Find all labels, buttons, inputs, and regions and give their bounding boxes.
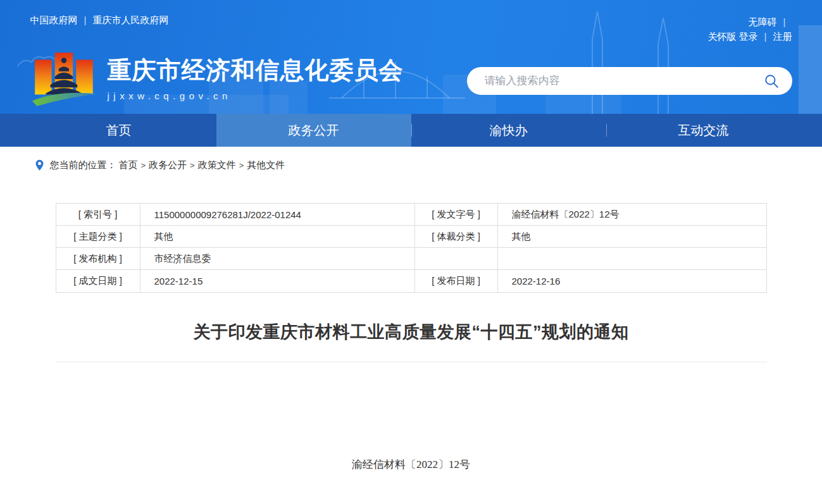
chongqing-emblem-logo-icon (30, 49, 101, 109)
breadcrumb-policy-files[interactable]: 政策文件 (198, 159, 236, 171)
meta-label-doc-no: [ 发文字号 ] (415, 204, 498, 226)
meta-label-publish-date: [ 发布日期 ] (415, 270, 498, 292)
title-divider (56, 362, 767, 362)
document-title: 关于印发重庆市材料工业高质量发展“十四五”规划的通知 (56, 321, 767, 343)
link-chongqing-gov[interactable]: 重庆市人民政府网 (92, 15, 168, 25)
meta-value-publish-date: 2022-12-16 (498, 270, 766, 292)
breadcrumb-gov-disclosure[interactable]: 政务公开 (149, 159, 187, 171)
meta-label-index-no: [ 索引号 ] (56, 204, 140, 226)
user-links: 无障碍| 关怀版 登录|注册 (707, 15, 792, 44)
breadcrumb-separator: > (239, 161, 244, 170)
separator: | (764, 31, 767, 42)
meta-value-empty (498, 248, 766, 270)
separator: | (84, 15, 87, 25)
nav-item-yukuaiban[interactable]: 渝快办 (411, 114, 606, 147)
link-china-gov[interactable]: 中国政府网 (30, 15, 78, 25)
meta-label-written-date: [ 成文日期 ] (56, 270, 140, 292)
site-brand[interactable]: 重庆市经济和信息化委员会 jjxxw.cq.gov.cn (30, 49, 404, 109)
document-meta-table: [ 索引号 ] 11500000009276281J/2022-01244 [ … (56, 203, 767, 293)
nav-items: 首页 政务公开 渝快办 互动交流 (22, 114, 801, 147)
nav-item-interaction[interactable]: 互动交流 (606, 114, 801, 147)
meta-value-issuer: 市经济信息委 (140, 248, 415, 270)
meta-label-issuer: [ 发布机构 ] (56, 248, 140, 270)
meta-value-topic-class: 其他 (140, 226, 415, 248)
breadcrumb-prefix: 您当前的位置： (50, 159, 116, 171)
separator: | (783, 16, 786, 27)
site-title: 重庆市经济和信息化委员会 (108, 57, 404, 85)
meta-label-genre-class: [ 体裁分类 ] (415, 226, 498, 248)
gov-links: 中国政府网|重庆市人民政府网 (30, 15, 169, 44)
meta-value-doc-no: 渝经信材料〔2022〕12号 (498, 204, 766, 226)
search-box (467, 67, 792, 95)
user-links-line2: 关怀版 登录|注册 (707, 29, 792, 44)
site-url: jjxxw.cq.gov.cn (108, 90, 404, 101)
search-icon (763, 73, 780, 89)
header-main: 重庆市经济和信息化委员会 jjxxw.cq.gov.cn (30, 49, 792, 109)
link-care-version[interactable]: 关怀版 (707, 31, 736, 42)
search-input[interactable] (483, 74, 762, 88)
link-accessibility[interactable]: 无障碍 (749, 16, 777, 27)
breadcrumb-home[interactable]: 首页 (119, 159, 138, 171)
breadcrumb-separator: > (190, 161, 195, 170)
document-page: [ 索引号 ] 11500000009276281J/2022-01244 [ … (56, 203, 767, 504)
site-header: 中国政府网|重庆市人民政府网 无障碍| 关怀版 登录|注册 (0, 0, 822, 114)
nav-item-gov-disclosure[interactable]: 政务公开 (216, 114, 411, 147)
meta-label-topic-class: [ 主题分类 ] (56, 226, 140, 248)
main-nav: 首页 政务公开 渝快办 互动交流 (0, 114, 822, 147)
meta-value-genre-class: 其他 (498, 226, 766, 248)
breadcrumb: 您当前的位置： 首页 > 政务公开 > 政策文件 > 其他文件 (35, 147, 788, 182)
meta-value-written-date: 2022-12-15 (140, 270, 415, 292)
document-number: 渝经信材料〔2022〕12号 (56, 457, 767, 504)
search-button[interactable] (762, 71, 781, 90)
meta-label-empty (415, 248, 498, 270)
user-links-line1: 无障碍| (707, 15, 792, 29)
link-login[interactable]: 登录 (739, 31, 758, 42)
meta-value-index-no: 11500000009276281J/2022-01244 (140, 204, 415, 226)
link-register[interactable]: 注册 (773, 31, 792, 42)
topbar: 中国政府网|重庆市人民政府网 无障碍| 关怀版 登录|注册 (30, 0, 792, 44)
breadcrumb-separator: > (141, 161, 146, 170)
nav-item-home[interactable]: 首页 (22, 114, 216, 147)
location-pin-icon (35, 159, 44, 171)
breadcrumb-other-files[interactable]: 其他文件 (247, 159, 285, 171)
brand-text: 重庆市经济和信息化委员会 jjxxw.cq.gov.cn (108, 57, 404, 101)
